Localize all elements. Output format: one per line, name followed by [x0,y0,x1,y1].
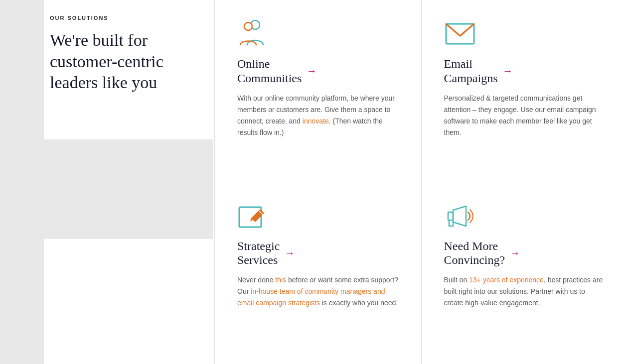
community-icon [237,20,269,48]
main-heading: We're built for customer-centric leaders… [50,30,194,94]
left-content: OUR SOLUTIONS We're built for customer-c… [50,10,194,94]
card-need-convincing: Need More Convincing? → Built on 13+ yea… [422,182,628,364]
convincing-icon [444,202,476,230]
page-container: OUR SOLUTIONS We're built for customer-c… [0,0,628,364]
card-link-arrow[interactable]: → [307,65,316,77]
card-title-row: Need More Convincing? → [444,239,606,268]
link-text: innovate [303,117,329,125]
card-title: Email Campaigns [444,57,498,86]
card-title: Need More Convincing? [444,239,505,268]
card-link-arrow[interactable]: → [285,247,295,259]
svg-point-3 [244,22,252,30]
card-online-communities: Online Communities → With our online com… [215,0,422,182]
link-text-2: in-house team of community managers and … [237,287,385,307]
svg-rect-1 [44,139,213,239]
card-title-row: Online Communities → [237,57,399,86]
card-title: Strategic Services [237,239,280,268]
svg-rect-0 [0,0,44,364]
card-link-arrow[interactable]: → [503,65,513,77]
card-description: Built on 13+ years of experience, best p… [444,274,606,309]
solutions-grid: Online Communities → With our online com… [214,0,628,364]
card-description: Personalized & targeted communications g… [444,93,606,138]
our-solutions-label: OUR SOLUTIONS [50,15,194,21]
card-strategic-services: Strategic Services → Never done this bef… [215,182,422,364]
card-description: Never done this before or want some extr… [237,274,399,309]
strategic-icon [237,202,269,230]
card-title-row: Strategic Services → [237,239,399,268]
card-description: With our online community platform, be w… [237,93,399,138]
link-text: 13+ years of experience [469,276,544,284]
card-title: Online Communities [237,57,302,86]
card-email-campaigns: Email Campaigns → Personalized & targete… [422,0,628,182]
link-text: this [275,276,286,284]
card-link-arrow[interactable]: → [510,247,520,259]
card-title-row: Email Campaigns → [444,57,606,86]
email-icon [444,20,476,48]
left-panel: OUR SOLUTIONS We're built for customer-c… [0,0,214,364]
